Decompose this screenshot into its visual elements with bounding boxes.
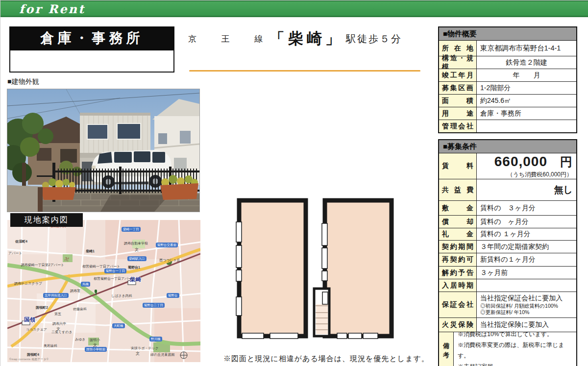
map-pill: 柴崎駅入口 [127, 256, 147, 261]
row-value: 賃料の ヶ月分 [477, 216, 576, 228]
exterior-section-label: ■建物外観 [7, 77, 39, 86]
map-pill: 大町橋 [112, 323, 125, 328]
walk-minutes: 駅徒歩５分 [346, 32, 402, 46]
row-value [477, 279, 576, 292]
row-label: 契約期間 [442, 243, 473, 251]
guarantee-sub2: ◎更新保証料/ 年10% [480, 309, 573, 316]
map-label: 調布柴崎一丁目第2アパート [20, 263, 65, 267]
map-label: 緑の丘児童遊園 [150, 353, 174, 357]
map-copyright: ©map contents 地図データ© [9, 358, 49, 361]
row-value: 鉄骨造２階建 [477, 56, 576, 69]
map-station-kokuryo: 国領 [24, 316, 36, 323]
overview-header: ■物件概要 [439, 27, 576, 41]
property-overview-table: ■物件概要 所在地 東京都調布市菊野台1-4-1 構造・規模 鉄骨造２階建 竣工… [438, 26, 577, 133]
row-label: 竣工年月 [442, 71, 473, 80]
table-row: 構造・規模 鉄骨造２階建 [439, 56, 576, 69]
rail-line-name: 京王線 [188, 33, 263, 45]
row-label: 償却 [442, 218, 473, 226]
row-label: 面積 [442, 97, 473, 105]
map-pill: 馬橋 [81, 282, 90, 287]
map-label: 実技ラボ・テック [131, 346, 159, 350]
orange-divider [189, 70, 420, 72]
table-row: 敷金 賃料の ３ヶ月分 [439, 201, 576, 216]
temple-mark-icon: 卍 [65, 256, 69, 263]
guarantee-row: 保証会社 当社指定保証会社に要加入 ◎初回保証料/ 月額総賃料の100% ◎更新… [439, 292, 576, 318]
map-label: 都営柴崎一丁目アパート [82, 265, 121, 268]
row-label: 火災保険 [442, 320, 473, 329]
property-name-blank-box [9, 49, 174, 73]
flyer-page: for Rent 倉庫・事務所 京王線 「柴崎」 駅徒歩５分 ■建物外観 [0, 0, 588, 366]
row-value: 1-2階部分 [477, 82, 576, 94]
row-value: 賃料の １ヶ月分 [477, 228, 576, 240]
floor-plans [226, 191, 402, 356]
map-pill: 菊野台一丁目 [104, 268, 126, 273]
map-label: 奥村歯科 [44, 344, 57, 348]
table-row: 管理会社 [439, 120, 576, 132]
table-row: 竣工年月 年 月 [439, 69, 576, 82]
row-label: 共益費 [442, 186, 473, 195]
map-label: 調布テニスクラブ [14, 282, 42, 286]
map-section-tag: 現地案内図 [10, 213, 83, 227]
table-row: 契約期間 ３年間の定期借家契約 [439, 241, 576, 253]
details-column: ■物件概要 所在地 東京都調布市菊野台1-4-1 構造・規模 鉄骨造２階建 竣工… [438, 26, 577, 366]
floor-plan-drawing [226, 191, 402, 356]
map-label: 調布自動車学校 [124, 242, 148, 245]
map-pill: 野川橋 [149, 337, 162, 342]
table-row: 共益費 無し [439, 179, 576, 201]
for-rent-label: for Rent [19, 2, 85, 16]
note-line: ※消費税率変更の際は、新税率に準じます。 [458, 340, 572, 361]
property-type-label: 倉庫・事務所 [41, 29, 144, 48]
map-label: 調布六中 [52, 322, 66, 326]
map-label: 二葉くすのき [51, 330, 73, 334]
map-label: 都営菊野台一丁目アパート [94, 277, 135, 281]
table-row: 解約予告 ３ヶ月前 [439, 267, 576, 279]
table-row: 償却 賃料の ヶ月分 [439, 216, 576, 228]
row-value: 東京都調布市菊野台1-4-1 [477, 41, 576, 56]
map-base-illustration [7, 220, 200, 362]
row-label: 敷金 [442, 204, 473, 213]
table-row: 用途 倉庫・事務所 [439, 107, 576, 120]
map-section-label: 現地案内図 [24, 215, 69, 225]
conditions-header: ■募集条件 [439, 140, 576, 153]
table-row: 募集区画 1-2階部分 [439, 82, 576, 95]
map-label: ココスクエア [26, 328, 47, 332]
notes-row: 備考 ※消費税は10%で算出しています。 ※消費税率変更の際は、新税率に準じます… [439, 332, 576, 366]
map-pill: 柴崎一丁目 [122, 227, 141, 232]
rent-tax-note: （うち消費税60,000円） [507, 171, 572, 179]
map-label: 西つつじヶ丘 [159, 258, 180, 262]
station-access-line: 京王線 「柴崎」 駅徒歩５分 [188, 28, 426, 49]
row-label: 用途 [442, 109, 473, 118]
rent-amount: 660,000 [494, 154, 547, 170]
station-name: 「柴崎」 [270, 28, 344, 49]
table-row: 面積 約245.6㎡ [439, 95, 576, 107]
rental-conditions-table: ■募集条件 賃料 660,000 円 （うち消費税60,000円） 共益費 無し… [438, 139, 577, 366]
area-map: 柴崎 国領 柴崎一丁目 菊野台交番前 柴崎駅入口 菊野台一丁目 北甲州街道入口 … [7, 220, 200, 362]
map-label: みゆき [75, 338, 86, 342]
row-value: 賃料の ３ヶ月分 [477, 201, 576, 215]
for-rent-banner: for Rent [0, 0, 588, 17]
map-label: アパート [8, 251, 23, 255]
notes-label: 備考 [439, 332, 454, 366]
map-label: 国領町2 [36, 306, 48, 310]
property-marker-icon [94, 290, 98, 295]
school-mark-icon: 文 [136, 351, 140, 356]
row-label: 礼金 [442, 230, 473, 239]
building-photo-illustration [7, 89, 199, 212]
row-value: 約245.6㎡ [477, 95, 576, 107]
row-value: 新賃料の１ヶ月分 [477, 253, 576, 266]
map-label: 調布署 [70, 289, 80, 293]
map-label: 国領町4 [27, 353, 39, 357]
map-label: しばさき内科 [111, 294, 132, 298]
row-value: 年 月 [477, 69, 576, 81]
map-pill: 菊野台交番前 [156, 243, 178, 247]
row-label: 募集区画 [442, 84, 473, 93]
school-mark-icon: 文 [93, 342, 97, 348]
row-value: ３ヶ月前 [477, 267, 576, 279]
note-line: ※未登記家屋 [458, 361, 572, 366]
building-photo [7, 89, 200, 212]
table-row: 再契約可 新賃料の１ヶ月分 [439, 253, 576, 267]
table-row: 礼金 賃料の １ヶ月分 [439, 228, 576, 241]
drawing-disclaimer: ※図面と現況に相違がある場合は、現況を優先とします。 [223, 354, 429, 364]
school-mark-icon: 文 [135, 247, 139, 252]
map-label: 第五 [54, 312, 61, 316]
